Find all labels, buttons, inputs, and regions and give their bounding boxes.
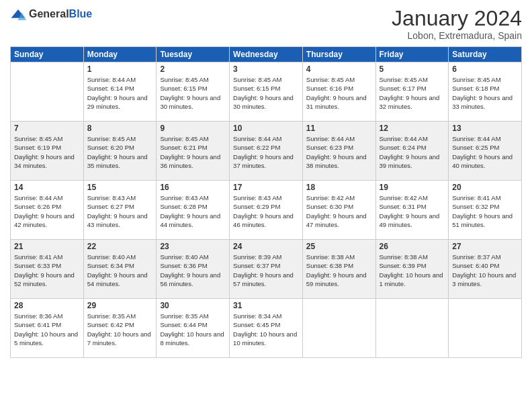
title-block: January 2024 Lobon, Extremadura, Spain [392, 7, 522, 41]
sunrise-text: Sunrise: 8:45 AM [233, 75, 299, 84]
calendar-cell: 2 Sunrise: 8:45 AM Sunset: 6:15 PM Dayli… [157, 62, 230, 122]
sunset-text: Sunset: 6:15 PM [160, 84, 226, 93]
sunrise-text: Sunrise: 8:43 AM [87, 193, 153, 202]
sunset-text: Sunset: 6:30 PM [306, 202, 372, 211]
day-number: 23 [160, 242, 226, 251]
day-info: Sunrise: 8:45 AM Sunset: 6:20 PM Dayligh… [87, 134, 153, 170]
sunset-text: Sunset: 6:40 PM [452, 261, 518, 270]
calendar-cell: 4 Sunrise: 8:45 AM Sunset: 6:16 PM Dayli… [302, 62, 375, 122]
calendar-week-row: 21 Sunrise: 8:41 AM Sunset: 6:33 PM Dayl… [11, 240, 522, 299]
day-number: 29 [87, 301, 153, 310]
daylight-text: Daylight: 9 hours and 29 minutes. [87, 93, 153, 111]
sunset-text: Sunset: 6:42 PM [87, 320, 153, 329]
calendar-cell: 14 Sunrise: 8:44 AM Sunset: 6:26 PM Dayl… [11, 181, 84, 240]
header-sunday: Sunday [11, 47, 84, 62]
calendar-cell: 30 Sunrise: 8:35 AM Sunset: 6:44 PM Dayl… [157, 299, 230, 358]
daylight-text: Daylight: 9 hours and 40 minutes. [452, 152, 518, 171]
sunset-text: Sunset: 6:39 PM [380, 261, 445, 270]
calendar-cell: 26 Sunrise: 8:38 AM Sunset: 6:39 PM Dayl… [375, 240, 449, 299]
sunrise-text: Sunrise: 8:44 AM [306, 134, 372, 143]
sunrise-text: Sunrise: 8:37 AM [452, 253, 518, 261]
day-info: Sunrise: 8:45 AM Sunset: 6:19 PM Dayligh… [14, 134, 80, 170]
location: Lobon, Extremadura, Spain [392, 30, 522, 41]
day-number: 10 [233, 124, 299, 133]
calendar-week-row: 1 Sunrise: 8:44 AM Sunset: 6:14 PM Dayli… [11, 62, 522, 122]
sunrise-text: Sunrise: 8:34 AM [233, 312, 299, 320]
header-friday: Friday [375, 47, 449, 62]
day-number: 1 [87, 64, 153, 74]
day-info: Sunrise: 8:39 AM Sunset: 6:37 PM Dayligh… [233, 253, 299, 288]
sunset-text: Sunset: 6:37 PM [233, 261, 299, 270]
sunrise-text: Sunrise: 8:39 AM [233, 253, 299, 261]
calendar-cell: 31 Sunrise: 8:34 AM Sunset: 6:45 PM Dayl… [230, 299, 303, 358]
sunset-text: Sunset: 6:14 PM [87, 84, 153, 93]
daylight-text: Daylight: 9 hours and 34 minutes. [14, 152, 80, 171]
daylight-text: Daylight: 9 hours and 31 minutes. [306, 93, 372, 111]
day-number: 4 [306, 64, 372, 74]
calendar-week-row: 7 Sunrise: 8:45 AM Sunset: 6:19 PM Dayli… [11, 122, 522, 181]
daylight-text: Daylight: 10 hours and 5 minutes. [14, 330, 80, 348]
sunset-text: Sunset: 6:36 PM [160, 261, 226, 270]
sunrise-text: Sunrise: 8:35 AM [87, 312, 153, 320]
daylight-text: Daylight: 9 hours and 39 minutes. [380, 152, 445, 171]
sunrise-text: Sunrise: 8:38 AM [306, 253, 372, 261]
day-number: 27 [452, 242, 518, 251]
day-number: 26 [380, 242, 445, 251]
calendar-cell: 3 Sunrise: 8:45 AM Sunset: 6:15 PM Dayli… [230, 62, 303, 122]
day-info: Sunrise: 8:44 AM Sunset: 6:25 PM Dayligh… [452, 134, 518, 170]
day-number: 18 [306, 183, 372, 192]
calendar-cell: 11 Sunrise: 8:44 AM Sunset: 6:23 PM Dayl… [302, 122, 375, 181]
day-info: Sunrise: 8:43 AM Sunset: 6:29 PM Dayligh… [233, 193, 299, 229]
daylight-text: Daylight: 9 hours and 57 minutes. [233, 271, 299, 289]
daylight-text: Daylight: 9 hours and 52 minutes. [14, 271, 80, 289]
daylight-text: Daylight: 9 hours and 32 minutes. [380, 93, 445, 111]
sunrise-text: Sunrise: 8:44 AM [87, 75, 153, 84]
daylight-text: Daylight: 10 hours and 1 minute. [380, 271, 445, 289]
daylight-text: Daylight: 9 hours and 47 minutes. [306, 212, 372, 230]
calendar-cell: 27 Sunrise: 8:37 AM Sunset: 6:40 PM Dayl… [449, 240, 522, 299]
calendar-cell: 7 Sunrise: 8:45 AM Sunset: 6:19 PM Dayli… [11, 122, 84, 181]
day-number: 6 [452, 64, 518, 74]
sunset-text: Sunset: 6:21 PM [160, 143, 226, 152]
header-tuesday: Tuesday [157, 47, 230, 62]
day-info: Sunrise: 8:35 AM Sunset: 6:44 PM Dayligh… [160, 312, 226, 347]
header-monday: Monday [83, 47, 157, 62]
daylight-text: Daylight: 9 hours and 49 minutes. [380, 212, 445, 230]
day-number: 14 [14, 183, 80, 192]
sunset-text: Sunset: 6:24 PM [380, 143, 445, 152]
day-info: Sunrise: 8:42 AM Sunset: 6:31 PM Dayligh… [380, 193, 445, 229]
day-number: 22 [87, 242, 153, 251]
sunset-text: Sunset: 6:17 PM [380, 84, 445, 93]
sunrise-text: Sunrise: 8:43 AM [233, 193, 299, 202]
sunset-text: Sunset: 6:19 PM [14, 143, 80, 152]
month-title: January 2024 [392, 7, 522, 30]
day-number: 8 [87, 124, 153, 133]
calendar-cell [375, 299, 449, 358]
calendar-cell: 21 Sunrise: 8:41 AM Sunset: 6:33 PM Dayl… [11, 240, 84, 299]
calendar-cell: 29 Sunrise: 8:35 AM Sunset: 6:42 PM Dayl… [83, 299, 157, 358]
sunrise-text: Sunrise: 8:41 AM [452, 193, 518, 202]
sunrise-text: Sunrise: 8:45 AM [452, 75, 518, 84]
day-number: 21 [14, 242, 80, 251]
sunrise-text: Sunrise: 8:45 AM [380, 75, 445, 84]
sunrise-text: Sunrise: 8:43 AM [160, 193, 226, 202]
day-info: Sunrise: 8:40 AM Sunset: 6:34 PM Dayligh… [87, 253, 153, 288]
calendar-cell [449, 299, 522, 358]
calendar-header-row: Sunday Monday Tuesday Wednesday Thursday… [11, 47, 522, 62]
daylight-text: Daylight: 10 hours and 3 minutes. [452, 271, 518, 289]
calendar-week-row: 14 Sunrise: 8:44 AM Sunset: 6:26 PM Dayl… [11, 181, 522, 240]
sunset-text: Sunset: 6:27 PM [87, 202, 153, 211]
sunset-text: Sunset: 6:34 PM [87, 261, 153, 270]
day-number: 5 [380, 64, 445, 74]
header-saturday: Saturday [449, 47, 522, 62]
calendar-table: Sunday Monday Tuesday Wednesday Thursday… [10, 46, 522, 358]
calendar-cell: 9 Sunrise: 8:45 AM Sunset: 6:21 PM Dayli… [157, 122, 230, 181]
calendar-cell: 20 Sunrise: 8:41 AM Sunset: 6:32 PM Dayl… [449, 181, 522, 240]
daylight-text: Daylight: 9 hours and 38 minutes. [306, 152, 372, 171]
calendar-cell: 13 Sunrise: 8:44 AM Sunset: 6:25 PM Dayl… [449, 122, 522, 181]
sunrise-text: Sunrise: 8:42 AM [306, 193, 372, 202]
sunset-text: Sunset: 6:33 PM [14, 261, 80, 270]
day-info: Sunrise: 8:38 AM Sunset: 6:39 PM Dayligh… [380, 253, 445, 288]
sunrise-text: Sunrise: 8:36 AM [14, 312, 80, 320]
day-number: 3 [233, 64, 299, 74]
